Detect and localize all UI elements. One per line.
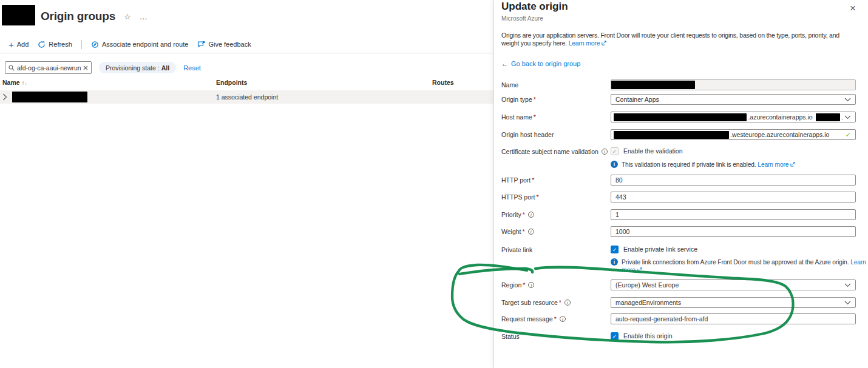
target-sub-resource-row: Target sub resource*i managedEnvironment… — [494, 297, 868, 309]
clear-search-icon[interactable] — [83, 65, 88, 70]
region-dropdown[interactable]: (Europe) West Europe — [611, 279, 856, 290]
weight-row: Weight*i — [494, 226, 868, 238]
give-feedback-label: Give feedback — [208, 41, 251, 48]
row-name-cell — [2, 92, 216, 102]
origin-type-row: Origin type* Container Apps — [494, 94, 868, 105]
region-value: (Europe) West Europe — [615, 281, 679, 289]
redacted-origin-host-header — [614, 131, 729, 139]
chevron-down-icon — [844, 115, 851, 119]
info-icon[interactable]: i — [602, 149, 608, 155]
enable-origin-checkbox[interactable]: ✓ — [611, 332, 619, 340]
http-port-label: HTTP port* — [501, 175, 609, 186]
chevron-down-icon — [844, 98, 851, 102]
region-row: Region*i (Europe) West Europe — [494, 279, 868, 291]
name-column-label: Name — [2, 79, 20, 86]
info-circle-icon: i — [611, 161, 618, 168]
request-message-row: Request message*i — [494, 313, 868, 325]
https-port-input[interactable] — [611, 192, 856, 202]
request-message-input[interactable] — [611, 313, 856, 324]
origin-groups-page: Origin groups ☆ … + Add Refresh Associat… — [0, 0, 493, 368]
redacted-host-name-2 — [816, 113, 840, 121]
learn-more-link[interactable]: Learn more — [569, 39, 606, 47]
redacted-row-name — [12, 92, 87, 102]
search-value: afd-og-ca-aaui-newrun-... — [17, 64, 81, 72]
page-header: Origin groups ☆ … — [41, 10, 147, 23]
chevron-down-icon — [844, 301, 851, 305]
sort-desc-icon: ↓ — [25, 81, 27, 86]
origin-type-label: Origin type* — [501, 94, 609, 105]
search-input[interactable]: afd-og-ca-aaui-newrun-... — [5, 61, 92, 74]
enable-origin-label: Enable this origin — [623, 331, 673, 341]
refresh-icon — [38, 41, 46, 49]
priority-row: Priority*i — [494, 209, 868, 221]
http-port-row: HTTP port* — [494, 175, 868, 186]
origin-type-value: Container Apps — [615, 96, 659, 103]
private-link-info: i Private link connections from Azure Fr… — [611, 258, 868, 274]
table-row[interactable]: 1 associated endpoint — [0, 90, 493, 104]
name-input — [611, 79, 856, 90]
origin-host-header-input[interactable]: .westeurope.azurecontainerapps.io ✓ — [611, 129, 856, 140]
give-feedback-button[interactable]: Give feedback — [195, 39, 253, 50]
cert-validation-info-text: This validation is required if private l… — [622, 161, 868, 169]
info-icon[interactable]: i — [565, 299, 571, 306]
info-circle-icon: i — [611, 258, 618, 266]
priority-input[interactable] — [611, 209, 856, 220]
chevron-down-icon — [844, 283, 851, 287]
description-text: Origins are your application servers. Fr… — [501, 32, 839, 47]
filter-pill-value: All — [161, 64, 169, 72]
info-icon[interactable]: i — [528, 282, 534, 288]
associate-endpoint-button[interactable]: Associate endpoint and route — [89, 39, 191, 50]
back-to-origin-group-link[interactable]: ← Go back to origin group — [501, 60, 580, 67]
region-label: Region*i — [501, 279, 609, 290]
origin-type-dropdown[interactable]: Container Apps — [611, 94, 856, 105]
private-link-info-text: Private link connections from Azure Fron… — [622, 258, 868, 274]
back-link-label: Go back to origin group — [511, 60, 580, 67]
plus-icon: + — [8, 41, 14, 48]
info-icon[interactable]: i — [528, 212, 534, 218]
expand-chevron-icon[interactable] — [2, 93, 7, 101]
panel-title: Update origin — [501, 1, 568, 13]
host-name-dropdown[interactable]: .azurecontainerapps.io . — [611, 112, 856, 122]
host-name-dot: . — [841, 113, 843, 121]
search-icon — [8, 65, 15, 71]
private-link-label: Private link — [501, 244, 609, 255]
redacted-name-value — [611, 81, 695, 89]
host-name-suffix: .azurecontainerapps.io — [748, 113, 812, 121]
enable-private-link-checkbox[interactable]: ✓ — [611, 246, 619, 253]
target-sub-resource-dropdown[interactable]: managedEnvironments — [611, 297, 856, 308]
provisioning-state-filter[interactable]: Provisioning state : All — [99, 62, 176, 73]
panel-subtitle: Microsoft Azure — [501, 15, 543, 22]
reset-filters-link[interactable]: Reset — [183, 64, 201, 72]
external-link-icon — [790, 162, 795, 167]
learn-more-link[interactable]: Learn more — [758, 161, 795, 168]
weight-input[interactable] — [611, 226, 856, 237]
http-port-input[interactable] — [611, 175, 856, 186]
enable-validation-checkbox: ✓ — [611, 147, 619, 155]
cert-validation-info: i This validation is required if private… — [611, 161, 868, 169]
name-row: Name — [494, 79, 868, 91]
filter-pill-label: Provisioning state : — [106, 64, 160, 72]
external-link-icon — [637, 267, 642, 272]
filter-bar: afd-og-ca-aaui-newrun-... Provisioning s… — [5, 61, 201, 74]
info-icon[interactable]: i — [528, 229, 534, 235]
close-icon[interactable]: × — [850, 3, 856, 13]
more-options-icon[interactable]: … — [140, 12, 147, 21]
origin-host-header-row: Origin host header .westeurope.azurecont… — [494, 129, 868, 141]
add-button[interactable]: + Add — [6, 39, 31, 49]
column-header-name[interactable]: Name ↑↓ — [2, 79, 216, 90]
status-label: Status — [501, 331, 609, 342]
redacted-resource-name — [2, 5, 35, 25]
external-link-icon — [602, 41, 606, 45]
info-icon[interactable]: i — [560, 316, 566, 322]
table-header: Name ↑↓ Endpoints Routes — [0, 79, 493, 90]
host-name-row: Host name* .azurecontainerapps.io . — [494, 112, 868, 123]
page-title: Origin groups — [41, 10, 115, 23]
row-endpoints-cell: 1 associated endpoint — [216, 93, 432, 101]
favorite-star-icon[interactable]: ☆ — [124, 12, 131, 21]
toolbar-separator — [81, 40, 82, 49]
cert-validation-label: Certificate subject name validationi — [501, 146, 609, 157]
refresh-button[interactable]: Refresh — [35, 39, 75, 50]
enable-private-link-label: Enable private link service — [623, 244, 697, 255]
target-sub-resource-value: managedEnvironments — [615, 299, 681, 306]
command-bar: + Add Refresh Associate endpoint and rou… — [6, 36, 254, 52]
